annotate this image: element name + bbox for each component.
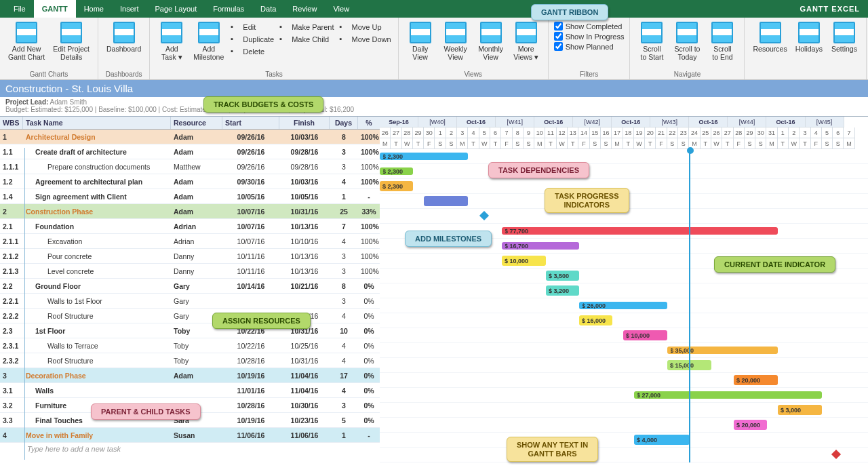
gantt-bar[interactable]: $ 27,000 [634,391,822,399]
gantt-bar[interactable]: $ 2,300 [380,153,468,160]
filter-show-in-progress[interactable]: Show In Progress [554,32,625,41]
ribbon-more-views-▾[interactable]: MoreViews ▾ [510,20,542,62]
gantt-bar[interactable]: $ 10,000 [623,330,667,340]
ribbon-daily-view[interactable]: DailyView [404,20,437,62]
gantt-bar[interactable] [424,196,468,206]
milestone-diamond[interactable] [479,211,489,220]
button-icon [161,22,182,43]
add-task-placeholder[interactable]: Type here to add a new task [0,443,380,455]
ribbon-settings[interactable]: Settings [828,20,861,54]
filter-show-planned[interactable]: Show Planned [554,42,625,51]
ribbon-move-up[interactable]: ▪Move Up [338,22,393,33]
task-row[interactable]: 3.1Walls11/01/1611/04/1640% [0,383,380,398]
task-row[interactable]: 2.1FoundationAdrian10/07/1610/13/167100% [0,219,380,234]
task-resource: Susan [171,431,222,439]
ribbon-holidays[interactable]: Holidays [793,20,825,54]
button-icon [16,22,37,43]
app-title: GANTT EXCEL [800,5,860,13]
col-resource[interactable]: Resource [171,117,222,129]
task-row[interactable]: 2.1.3Level concreteDanny10/11/1610/13/16… [0,264,380,279]
ribbon-make-child[interactable]: ▪Make Child [278,34,335,45]
gantt-bar[interactable]: $ 4,000 [634,435,690,445]
ribbon-weekly-view[interactable]: WeeklyView [439,20,472,62]
menu-file[interactable]: File [5,0,34,18]
col-wbs[interactable]: WBS [0,117,23,129]
ribbon-dashboard[interactable]: Dashboard [104,20,144,54]
gantt-bar[interactable]: $ 20,000 [734,375,778,385]
task-row[interactable]: 3Decoration PhaseAdam10/19/1611/04/16170… [0,368,380,383]
gantt-bar[interactable]: $ 2,300 [380,181,413,191]
task-row[interactable]: 2.2Ground FloorGary10/14/1610/21/1680% [0,279,380,294]
task-row[interactable]: 3.3Final TouchesSara10/19/1610/23/1650% [0,413,380,428]
gantt-bar[interactable]: $ 3,500 [546,271,579,281]
ribbon-move-down[interactable]: ▪Move Down [338,34,393,45]
gantt-bar[interactable]: $ 20,000 [734,420,767,430]
col-finish[interactable]: Finish [279,117,330,129]
task-row[interactable]: 1.1.1Prepare construction documentsMatth… [0,159,380,174]
task-days: 3 [330,401,358,410]
gantt-bar[interactable]: $ 16,000 [579,315,612,325]
task-pct: 100% [358,237,380,245]
ribbon-add-milestone[interactable]: AddMilestone [191,20,226,62]
ribbon-resources[interactable]: Resources [750,20,789,54]
task-row[interactable]: 4Move in with FamilySusan11/06/1611/06/1… [0,428,380,443]
task-row[interactable]: 1Architectural DesignAdam09/26/1610/03/1… [0,130,380,144]
task-row[interactable]: 2.31st FloorToby10/22/1610/31/16100% [0,323,380,338]
task-row[interactable]: 1.4Sign agreement with ClientAdam10/05/1… [0,189,380,204]
mini-icon: ▪ [340,35,349,44]
menu-data[interactable]: Data [252,0,284,18]
col-%[interactable]: % [358,117,380,129]
task-row[interactable]: 2.1.1ExcavationAdrian10/07/1610/10/16410… [0,234,380,249]
task-start: 09/30/16 [222,178,279,186]
menu-view[interactable]: View [325,0,357,18]
ribbon-add-task-▾[interactable]: AddTask ▾ [155,20,188,62]
task-row[interactable]: 3.2Furniture10/28/1610/30/1630% [0,398,380,413]
ribbon-monthly-view[interactable]: MonthlyView [475,20,507,62]
gantt-bar[interactable]: $ 77,700 [502,227,778,235]
ribbon-scroll-to-end[interactable]: Scrollto End [706,20,738,62]
ribbon-duplicate[interactable]: ▪Duplicate [229,34,275,45]
ribbon-scroll-to-start[interactable]: Scrollto Start [635,20,668,62]
task-row[interactable]: 2Construction PhaseAdam10/07/1610/31/162… [0,204,380,219]
filter-show-completed[interactable]: Show Completed [554,22,625,31]
task-pct: 100% [358,252,380,260]
menu-insert[interactable]: Insert [112,0,147,18]
task-days: 1 [330,431,358,439]
button-icon [833,22,855,43]
gantt-bar[interactable]: $ 3,000 [778,405,822,415]
ribbon-edit-project-details[interactable]: Edit ProjectDetails [50,20,92,62]
menu-page layout[interactable]: Page Layout [146,0,205,18]
ribbon-scroll-to-today[interactable]: Scroll toToday [671,20,703,62]
task-row[interactable]: 2.2.1Walls to 1st FloorGary30% [0,294,380,309]
task-finish: 10/13/16 [279,252,330,260]
menu-formulas[interactable]: Formulas [205,0,252,18]
gantt-bar[interactable]: $ 26,000 [579,302,667,309]
gantt-row: $ 10,000 [380,328,868,343]
task-row[interactable]: 2.2.2Roof StructureGary10/18/1610/21/164… [0,309,380,323]
ribbon-add-new-gantt-chart[interactable]: Add NewGantt Chart [5,20,47,62]
task-row[interactable]: 1.1Create draft of architectureAdam09/26… [0,144,380,159]
task-finish: 10/10/16 [279,237,330,245]
task-row[interactable]: 2.3.1Walls to TerraceToby10/22/1610/25/1… [0,338,380,353]
gantt-bar[interactable]: $ 10,000 [502,256,546,266]
task-row[interactable]: 1.2Agreement to architectural planAdam09… [0,174,380,189]
ribbon-edit[interactable]: ▪Edit [229,22,275,33]
menu-review[interactable]: Review [284,0,325,18]
ribbon-delete[interactable]: ▪Delete [229,46,275,57]
task-resource: Adam [171,133,222,141]
gantt-bar[interactable]: $ 3,200 [546,285,579,296]
gantt-row: $ 2,300 [380,179,868,194]
col-task-name[interactable]: Task Name [23,117,171,129]
gantt-bar[interactable]: $ 16,700 [502,242,579,250]
col-start[interactable]: Start [222,117,279,129]
gantt-bar[interactable]: $ 35,000 [667,347,778,354]
gantt-bar[interactable]: $ 2,300 [380,167,413,175]
task-row[interactable]: 2.1.2Pour concreteDanny10/11/1610/13/163… [0,249,380,264]
menu-gantt[interactable]: GANTT [34,0,76,18]
col-days[interactable]: Days [330,117,358,129]
task-row[interactable]: 2.3.2Roof StructureToby10/28/1610/31/164… [0,353,380,368]
task-resource: Sara [171,416,222,424]
menu-home[interactable]: Home [76,0,112,18]
ribbon-make-parent[interactable]: ▪Make Parent [278,22,335,33]
milestone-diamond[interactable] [831,450,841,459]
